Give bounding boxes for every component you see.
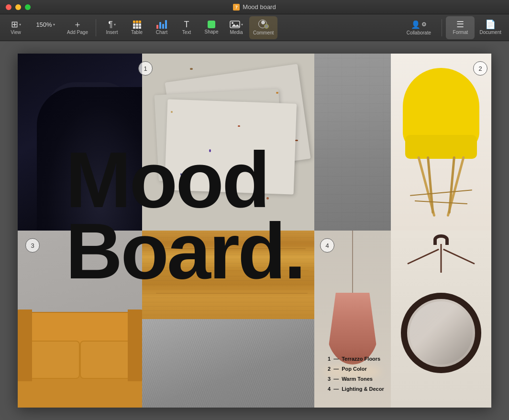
shape-icon — [208, 21, 215, 28]
add-page-button[interactable]: ＋ Add Page — [63, 16, 92, 39]
canvas-area: 1 — Terrazzo Floors 2 — Pop Color 3 — Wa… — [0, 41, 509, 420]
legend-dash-3: — — [333, 374, 339, 384]
page-number-4: 4 — [320, 238, 334, 253]
toolbar-divider-2 — [442, 19, 442, 36]
document-button[interactable]: 📄 Document — [476, 16, 505, 39]
close-button[interactable] — [6, 4, 11, 10]
image-yellow-chair — [391, 54, 491, 231]
window-title: 7 Mood board — [233, 3, 276, 11]
legend-num-1: 1 — [328, 354, 331, 364]
image-mirror — [391, 231, 491, 408]
toolbar: ⊞ ▾ View 150% ▾ . ＋ Add Page ¶ ▾ Insert … — [0, 14, 509, 41]
legend-dash-2: — — [333, 364, 339, 374]
image-terrazzo — [142, 54, 314, 231]
insert-icon: ¶ — [108, 20, 113, 29]
title-bar: 7 Mood board — [0, 0, 509, 14]
svg-marker-1 — [232, 24, 240, 27]
media-button[interactable]: ▾ Media — [224, 16, 248, 39]
legend-item-2: 2 — Pop Color — [328, 364, 384, 374]
page-number-1: 1 — [138, 61, 153, 76]
media-icon — [230, 20, 240, 29]
page: 1 — Terrazzo Floors 2 — Pop Color 3 — Wa… — [18, 54, 491, 408]
table-button[interactable]: Table — [125, 16, 149, 39]
image-sofa — [18, 231, 142, 408]
image-concrete — [314, 54, 391, 231]
text-icon: T — [184, 20, 189, 29]
collaborate-button[interactable]: 👤 ⚙ Collaborate — [399, 16, 438, 39]
svg-point-2 — [232, 22, 233, 24]
shape-button[interactable]: Shape — [199, 16, 223, 39]
legend-dash-1: — — [333, 354, 339, 364]
format-button[interactable]: ☰ Format — [446, 16, 475, 39]
legend-text-1: Terrazzo Floors — [342, 354, 380, 364]
view-arrow-icon: ▾ — [19, 22, 21, 27]
comment-button[interactable]: Comment — [249, 16, 277, 39]
zoom-button[interactable]: 150% ▾ . — [29, 16, 62, 39]
legend-item-1: 1 — Terrazzo Floors — [328, 354, 384, 364]
chart-button[interactable]: Chart — [150, 16, 174, 39]
legend-num-3: 3 — [328, 374, 331, 384]
view-icon: ⊞ — [11, 20, 18, 29]
image-wood — [142, 231, 314, 319]
page-number-2: 2 — [473, 61, 487, 76]
page-grid — [18, 54, 491, 408]
view-button[interactable]: ⊞ ▾ View — [4, 16, 28, 39]
image-leather-chair — [18, 54, 142, 231]
document-icon: 📄 — [485, 20, 496, 29]
legend-text-4: Lighting & Decor — [342, 384, 384, 394]
image-wood-fur — [142, 231, 314, 408]
media-arrow-icon: ▾ — [241, 22, 243, 27]
maximize-button[interactable] — [25, 4, 31, 10]
minimize-button[interactable] — [15, 4, 21, 10]
add-page-icon: ＋ — [73, 20, 82, 29]
toolbar-divider-1 — [96, 19, 96, 36]
app-icon: 7 — [233, 4, 240, 11]
legend-dash-4: — — [333, 384, 339, 394]
legend-text-3: Warm Tones — [342, 374, 373, 384]
zoom-arrow-icon: ▾ — [53, 22, 55, 27]
insert-arrow-icon: ▾ — [114, 22, 116, 27]
zoom-icon: 150% — [36, 22, 52, 28]
collaborate-icon: 👤 ⚙ — [411, 20, 427, 29]
image-fur — [142, 319, 314, 408]
comment-icon — [258, 20, 269, 29]
legend-item-4: 4 — Lighting & Decor — [328, 384, 384, 394]
legend-container: 1 — Terrazzo Floors 2 — Pop Color 3 — Wa… — [328, 354, 384, 394]
legend-text-2: Pop Color — [342, 364, 367, 374]
legend-num-2: 2 — [328, 364, 331, 374]
table-icon — [133, 21, 141, 29]
legend-item-3: 3 — Warm Tones — [328, 374, 384, 384]
legend-num-4: 4 — [328, 384, 331, 394]
page-number-3: 3 — [25, 238, 40, 253]
chart-icon — [156, 20, 167, 29]
format-icon: ☰ — [456, 20, 464, 29]
window-controls — [6, 4, 31, 10]
text-button[interactable]: T Text — [175, 16, 199, 39]
insert-button[interactable]: ¶ ▾ Insert — [100, 16, 124, 39]
